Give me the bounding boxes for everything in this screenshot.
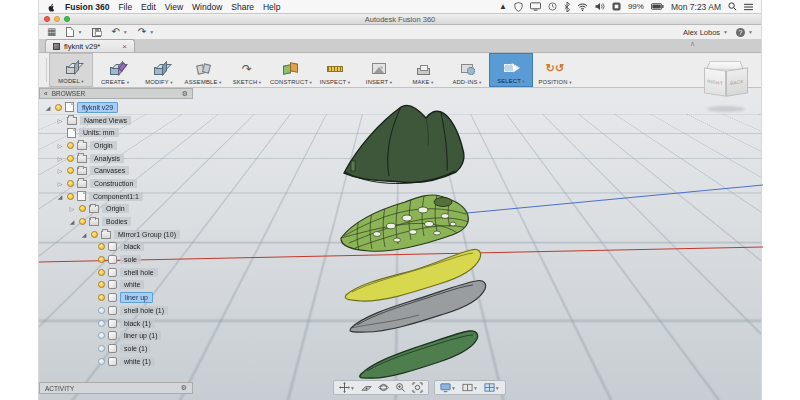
tree-item-liner-up[interactable]: liner up [39, 291, 193, 304]
spotlight-icon[interactable] [728, 2, 737, 11]
tree-item-analysis[interactable]: Analysis [39, 152, 193, 165]
visibility-bulb-icon[interactable] [67, 142, 74, 149]
menu-window[interactable]: Window [192, 2, 222, 12]
collapse-panel-icon[interactable]: ∧ [690, 40, 695, 48]
visibility-bulb-icon[interactable] [67, 180, 74, 187]
visibility-bulb-icon[interactable] [98, 332, 105, 339]
ribbon-make-button[interactable]: MAKE [401, 53, 445, 87]
viewports-button[interactable]: ▼ [482, 381, 502, 394]
mesh-upper-body[interactable] [341, 195, 469, 251]
visibility-bulb-icon[interactable] [91, 231, 98, 238]
fit-button[interactable] [410, 381, 425, 394]
tree-item-label[interactable]: liner up (1) [120, 331, 161, 340]
viewcube-right-face[interactable]: RIGHT [704, 67, 726, 96]
ribbon-inspect-button[interactable]: INSPECT [313, 53, 357, 87]
tree-item-label[interactable]: liner up [120, 292, 153, 303]
tree-item-label[interactable]: sole [120, 255, 141, 264]
ribbon-addins-button[interactable]: ADD-INS [445, 53, 489, 87]
look-at-button[interactable] [359, 381, 374, 394]
menu-file[interactable]: File [118, 2, 132, 12]
tree-item-label[interactable]: Component1:1 [89, 192, 143, 201]
tree-item-label[interactable]: Named Views [80, 116, 131, 125]
tree-item-label[interactable]: Analysis [90, 154, 124, 163]
tree-item-black[interactable]: black [39, 241, 193, 254]
tree-item-construction[interactable]: Construction [39, 177, 193, 190]
expander-icon[interactable] [56, 167, 64, 174]
display-mirroring-icon[interactable] [530, 2, 541, 11]
viewcube-back-face[interactable]: BACK [726, 67, 748, 96]
visibility-bulb-icon[interactable] [55, 104, 62, 111]
tree-item-flyknit-v29[interactable]: flyknit v29 [39, 101, 193, 114]
ribbon-select-button[interactable]: SELECT [489, 53, 533, 87]
tree-item-label[interactable]: white (1) [120, 357, 155, 366]
tree-item-bodies[interactable]: Bodies [39, 215, 193, 228]
tree-item-label[interactable]: flyknit v29 [77, 102, 118, 113]
undo-button[interactable]: ↶▼ [111, 27, 127, 37]
pan-button[interactable]: ▼ [337, 381, 357, 394]
tree-item-label[interactable]: Origin [90, 141, 117, 150]
tree-item-label[interactable]: shell hole [120, 268, 158, 277]
tree-item-origin[interactable]: Origin [39, 139, 193, 152]
input-source-icon[interactable] [612, 2, 621, 11]
apple-menu-icon[interactable] [47, 2, 56, 12]
bluetooth-icon[interactable] [564, 2, 570, 12]
menu-edit[interactable]: Edit [141, 2, 156, 12]
tree-item-label[interactable]: Canvases [90, 166, 129, 175]
visibility-bulb-icon[interactable] [98, 345, 105, 352]
visibility-bulb-icon[interactable] [67, 193, 74, 200]
tree-item-label[interactable]: black [120, 242, 144, 251]
tree-item-black-1[interactable]: black (1) [39, 317, 193, 330]
collapse-browser-icon[interactable]: « [44, 90, 48, 97]
visibility-bulb-icon[interactable] [98, 307, 105, 314]
expander-icon[interactable] [44, 104, 52, 111]
volume-icon[interactable] [595, 2, 605, 11]
wifi-icon[interactable] [577, 3, 588, 11]
tree-item-units[interactable]: Units: mm [39, 126, 193, 139]
outsole-body[interactable] [360, 331, 478, 378]
menu-help[interactable]: Help [263, 2, 280, 12]
menubar-clock[interactable]: Mon 7:23 AM [671, 2, 721, 12]
viewport-3d[interactable]: RIGHT BACK « BROWSER ⚙ flyknit v29 [39, 88, 761, 400]
tree-item-label[interactable]: Mirror1 Group (10) [114, 230, 180, 239]
user-account-menu[interactable]: Alex Lobos▼ [683, 28, 728, 37]
ribbon-create-button[interactable]: CREATE [93, 53, 137, 87]
zoom-button[interactable] [393, 381, 408, 394]
menu-view[interactable]: View [165, 2, 183, 12]
expander-icon[interactable] [56, 155, 64, 162]
expander-icon[interactable] [80, 231, 88, 238]
tree-item-label[interactable]: Bodies [102, 217, 131, 226]
ribbon-model-button[interactable]: MODEL [49, 53, 93, 87]
expander-icon[interactable] [68, 205, 76, 212]
tree-item-sole[interactable]: sole [39, 253, 193, 266]
tree-item-label[interactable]: shell hole (1) [120, 306, 168, 315]
tree-item-label[interactable]: Construction [90, 179, 137, 188]
shoe-last-body[interactable] [344, 105, 464, 183]
shield-icon[interactable] [514, 2, 523, 12]
visibility-bulb-icon[interactable] [79, 218, 86, 225]
visibility-bulb-icon[interactable] [98, 269, 105, 276]
browser-header[interactable]: « BROWSER ⚙ [39, 88, 193, 99]
alert-icon[interactable]: ▲ [499, 2, 507, 11]
help-menu[interactable]: ?▼ [736, 28, 753, 37]
visibility-bulb-icon[interactable] [98, 243, 105, 250]
ribbon-assemble-button[interactable]: ASSEMBLE [181, 53, 225, 87]
ribbon-insert-button[interactable]: INSERT [357, 53, 401, 87]
tree-item-component-origin[interactable]: Origin [39, 203, 193, 216]
grid-layout-button[interactable]: ▼ [460, 381, 480, 394]
visibility-bulb-icon[interactable] [98, 320, 105, 327]
ribbon-modify-button[interactable]: MODIFY [137, 53, 181, 87]
orbit-button[interactable] [376, 381, 391, 394]
visibility-bulb-icon[interactable] [67, 155, 74, 162]
tree-item-liner-up-1[interactable]: liner up (1) [39, 329, 193, 342]
save-button[interactable] [92, 28, 101, 37]
menu-share[interactable]: Share [231, 2, 254, 12]
tree-item-white-1[interactable]: white (1) [39, 355, 193, 368]
tree-item-sole-1[interactable]: sole (1) [39, 342, 193, 355]
tree-item-canvases[interactable]: Canvases [39, 164, 193, 177]
gear-icon[interactable]: ⚙ [182, 90, 188, 98]
tree-item-shell-hole-1[interactable]: shell hole (1) [39, 304, 193, 317]
redo-button[interactable]: ↷▼ [138, 27, 154, 37]
tree-item-mirror1-group[interactable]: Mirror1 Group (10) [39, 228, 193, 241]
expander-icon[interactable] [68, 218, 76, 225]
tree-item-named-views[interactable]: Named Views [39, 114, 193, 127]
